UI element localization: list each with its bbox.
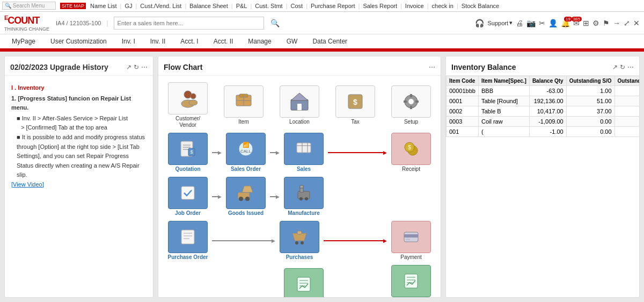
flag-icon[interactable]: ⚑: [603, 19, 610, 27]
fc-setup[interactable]: Setup: [387, 85, 435, 125]
cell-so: 1.00: [566, 86, 614, 96]
nav-gw[interactable]: GW: [279, 35, 305, 47]
nav-user-customization[interactable]: User Customization: [43, 35, 114, 47]
view-video-link[interactable]: [View Video]: [11, 181, 44, 188]
printer-icon[interactable]: 🖨: [516, 19, 523, 27]
table-row[interactable]: 0001 Table [Round] 192,136.00 51.00 0.00: [447, 96, 640, 106]
fc-item[interactable]: Item: [219, 85, 268, 125]
table-row[interactable]: 00001bbb BBB -63.00 1.00 0.00: [447, 86, 640, 96]
external-link-button[interactable]: ↗: [126, 63, 131, 71]
nav-check-in[interactable]: check in: [432, 3, 453, 9]
nav-name-list[interactable]: Name List: [90, 3, 117, 9]
table-header-row: Item Code Item Name[Spec.] Balance Qty O…: [447, 76, 640, 86]
fc-job-order[interactable]: Job Order: [164, 177, 212, 217]
support-label: Support: [487, 20, 508, 26]
fc-sales-order-box: 📶CALL: [226, 133, 266, 165]
fc-row-1: Customer/ Vendor Item Location: [164, 82, 435, 128]
table-row[interactable]: 0003 Coil raw -1,009.00 0.00 0.00: [447, 117, 640, 127]
envelope-icon[interactable]: ✉ 385: [573, 19, 580, 27]
nav-acct-2[interactable]: Acct. II: [206, 35, 241, 47]
fc-purchase-order-box: [168, 221, 208, 253]
person-icon[interactable]: 👤: [548, 19, 558, 27]
svg-rect-59: [405, 274, 418, 288]
nav-purchase-report[interactable]: Purchase Report: [311, 3, 355, 9]
nav-stock-balance[interactable]: Stock Balance: [462, 3, 499, 9]
refresh-button[interactable]: ↻: [134, 63, 139, 71]
fc-tax[interactable]: $ Tax: [331, 85, 379, 125]
cell-name: (: [478, 127, 529, 137]
fc-purchase-order[interactable]: Purchase Order: [164, 221, 212, 261]
nav-pl[interactable]: P&L: [236, 3, 247, 9]
more-options-button[interactable]: ⋯: [141, 63, 148, 71]
inv-refresh-button[interactable]: ↻: [620, 63, 625, 71]
fc-goods-issued[interactable]: Goods Issued: [222, 177, 270, 217]
inv-external-link-button[interactable]: ↗: [612, 63, 618, 71]
panel-controls: ↗ ↻ ⋯: [126, 63, 148, 71]
nav-mypage[interactable]: MyPage: [4, 35, 43, 47]
inventory-table-body: Item Code Item Name[Spec.] Balance Qty O…: [446, 76, 639, 297]
fc-quotation-label: Quotation: [166, 166, 209, 172]
fc-location-label: Location: [278, 119, 321, 125]
arrow-right-icon[interactable]: →: [613, 19, 620, 27]
svg-point-3: [189, 100, 197, 105]
headset-icon[interactable]: 🎧: [475, 19, 484, 27]
table-row[interactable]: 001 ( -1.00 0.00 0.00: [447, 127, 640, 137]
fc-payment[interactable]: Payment: [387, 221, 435, 261]
nav-invoice[interactable]: Invoice: [405, 3, 424, 9]
grid-icon[interactable]: ⊞: [583, 19, 589, 27]
fc-manufacture[interactable]: Manufacture: [280, 177, 328, 217]
inventory-table: Item Code Item Name[Spec.] Balance Qty O…: [446, 76, 639, 137]
nav-sales-report[interactable]: Sales Report: [363, 3, 397, 9]
scissors-icon[interactable]: ✂: [539, 19, 545, 27]
item1-heading: 1. [Progress Status] funcion on Repair L…: [11, 94, 147, 113]
table-row[interactable]: 0002 Table B 10,417.00 37.00 0.00: [447, 106, 640, 117]
main-search-icon[interactable]: 🔍: [270, 19, 280, 27]
nav-data-center[interactable]: Data Center: [305, 35, 355, 47]
fc-quotation[interactable]: $ Quotation: [164, 133, 212, 172]
nav-inv-1[interactable]: Inv. I: [114, 35, 143, 47]
fc-sales[interactable]: Sales: [280, 133, 328, 172]
cell-code: 0002: [447, 106, 479, 117]
flowchart-title: Flow Chart: [164, 63, 202, 71]
fc-purchases[interactable]: Purchases: [275, 221, 324, 261]
fc-acc-reports[interactable]: Accounting Reports: [387, 265, 435, 297]
svg-rect-35: [181, 186, 194, 199]
svg-rect-55: [297, 277, 310, 291]
gear-icon[interactable]: ⚙: [592, 19, 599, 27]
svg-marker-9: [291, 93, 308, 100]
cell-po: 0.00: [614, 117, 639, 127]
fc-sales-order[interactable]: 📶CALL Sales Order: [222, 133, 270, 172]
search-icon: 🔍: [5, 3, 11, 9]
fc-inv-reports[interactable]: Inventory Reports: [280, 268, 328, 297]
nav-gj[interactable]: GJ: [125, 3, 132, 9]
nav-acct-1[interactable]: Acct. I: [173, 35, 206, 47]
svg-rect-53: [404, 234, 418, 238]
fc-manufacture-box: [284, 177, 324, 209]
inv-more-button[interactable]: ⋯: [627, 63, 634, 71]
cell-balance: 192,136.00: [529, 96, 566, 106]
site-map-button[interactable]: SITE MAP: [60, 3, 86, 9]
fc-receipt[interactable]: $ Receipt: [387, 133, 435, 172]
breadcrumb: IA4 / 121035-100: [56, 20, 101, 26]
nav-cust-vend[interactable]: Cust./Vend. List: [140, 3, 181, 9]
nav-cust-stmt[interactable]: Cust. Stmt: [255, 3, 282, 9]
fc-customer-vendor[interactable]: Customer/ Vendor: [164, 82, 212, 128]
nav-manage[interactable]: Manage: [240, 35, 279, 47]
close-icon[interactable]: ✕: [633, 19, 640, 27]
nav-inv-2[interactable]: Inv. II: [143, 35, 173, 47]
top-search-box[interactable]: 🔍 Search Menu: [2, 2, 56, 10]
cell-so: 0.00: [566, 117, 614, 127]
nav-balance-sheet[interactable]: Balance Sheet: [189, 3, 228, 9]
camera-icon[interactable]: 📷: [526, 19, 536, 27]
support-dropdown[interactable]: Support ▾: [487, 19, 513, 26]
fc-location[interactable]: Location: [275, 85, 324, 125]
expand-icon[interactable]: ⤢: [624, 19, 630, 27]
fc-item-label: Item: [222, 119, 265, 125]
fc-more-button[interactable]: ⋯: [429, 63, 435, 71]
bell-icon[interactable]: 🔔 19: [561, 19, 570, 27]
nav-cost[interactable]: Cost: [291, 3, 303, 9]
fc-payment-box: [391, 221, 431, 253]
main-search-input[interactable]: [114, 17, 264, 30]
svg-rect-16: [410, 106, 412, 109]
cell-code: 001: [447, 127, 479, 137]
